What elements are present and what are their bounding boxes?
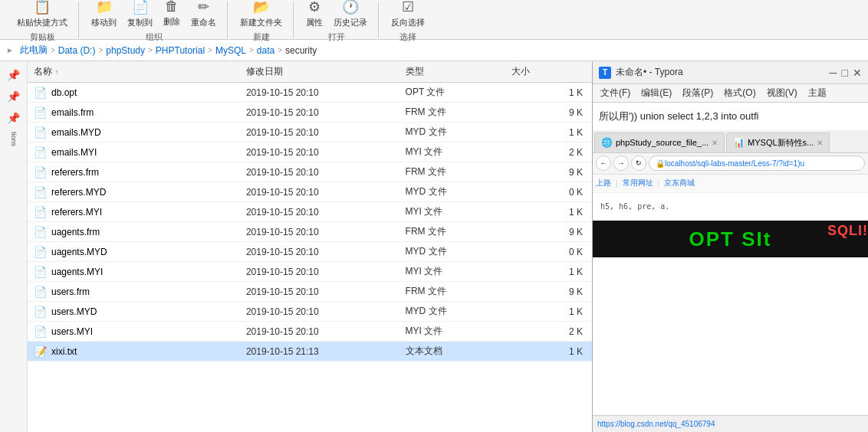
breadcrumb-sep-4: > — [208, 46, 212, 54]
address-bar[interactable]: 🔒 localhost/sqli-labs-master/Less-7/?id=… — [649, 155, 865, 171]
file-name-cell: 📄 referers.MYD — [34, 186, 246, 198]
file-name-cell: 📄 uagents.frm — [34, 226, 246, 238]
file-icon: 📄 — [34, 186, 47, 198]
browser-nav-bar: ← → ↻ 🔒 localhost/sqli-labs-master/Less-… — [593, 153, 868, 175]
tab-phpstudy[interactable]: 🌐 phpStudy_source_file_... ✕ — [594, 133, 725, 152]
properties-button[interactable]: ⚙ 属性 — [301, 0, 327, 30]
typora-close-button[interactable]: ✕ — [853, 67, 862, 79]
table-row[interactable]: 📄 uagents.frm 2019-10-15 20:10 FRM 文件 9 … — [28, 222, 592, 242]
invert-select-label: 反向选择 — [391, 17, 425, 28]
file-icon: 📄 — [34, 126, 47, 139]
toolbar-group-new: 📂 新建文件夹 新建 — [229, 2, 294, 38]
menu-format[interactable]: 格式(O) — [719, 85, 760, 101]
breadcrumb-item-4[interactable]: MySQL — [215, 45, 246, 56]
file-date: 2019-10-15 20:10 — [246, 187, 406, 198]
copy-to-button[interactable]: 📄 复制到 — [123, 0, 157, 30]
file-name: referers.MYD — [51, 187, 106, 198]
breadcrumb: ► 此电脑 > Data (D:) > phpStudy > PHPTutori… — [0, 40, 868, 61]
table-row[interactable]: 📄 users.frm 2019-10-15 20:10 FRM 文件 9 K — [28, 282, 592, 302]
menu-view[interactable]: 视图(V) — [762, 85, 802, 101]
paste-shortcut-button[interactable]: 📋 粘贴快捷方式 — [12, 0, 72, 30]
table-row[interactable]: 📄 db.opt 2019-10-15 20:10 OPT 文件 1 K — [28, 83, 592, 103]
breadcrumb-item-0[interactable]: 此电脑 — [20, 44, 48, 57]
file-type: MYD 文件 — [406, 126, 511, 139]
phpstudy-tab-close[interactable]: ✕ — [712, 139, 718, 147]
menu-theme[interactable]: 主题 — [804, 85, 831, 101]
table-row[interactable]: 📄 emails.MYD 2019-10-15 20:10 MYD 文件 1 K — [28, 123, 592, 142]
sql-content: 所以用')) union select 1,2,3 into outfi — [593, 103, 868, 130]
forward-button[interactable]: → — [613, 155, 629, 171]
file-size: 1 K — [511, 267, 586, 277]
typora-minimize-button[interactable]: ─ — [830, 67, 837, 79]
bookmark-0[interactable]: 上路 — [596, 178, 611, 188]
nav-pin-1[interactable]: 📌 — [5, 67, 23, 83]
file-name: uagents.MYI — [51, 267, 103, 277]
breadcrumb-item-3[interactable]: PHPTutorial — [156, 45, 205, 56]
typora-maximize-button[interactable]: □ — [842, 67, 848, 79]
table-row[interactable]: 📝 xixi.txt 2019-10-15 21:13 文本文档 1 K — [28, 342, 592, 362]
breadcrumb-current: security — [285, 45, 317, 56]
file-size: 1 K — [511, 306, 586, 317]
header-size: 大小 — [511, 65, 586, 78]
breadcrumb-sep-1: > — [51, 46, 55, 54]
file-type: OPT 文件 — [406, 86, 511, 99]
table-row[interactable]: 📄 referers.MYD 2019-10-15 20:10 MYD 文件 0… — [28, 182, 592, 202]
code-text: h5, h6, pre, a. — [596, 196, 865, 218]
footer-url[interactable]: https://blog.csdn.net/qq_45106794 — [597, 420, 715, 428]
file-rows: 📄 db.opt 2019-10-15 20:10 OPT 文件 1 K 📄 e… — [28, 83, 592, 362]
history-icon: 🕐 — [342, 0, 359, 15]
file-type: FRM 文件 — [406, 225, 511, 238]
bookmark-1[interactable]: 常用网址 — [623, 178, 653, 188]
typora-app-icon: T — [599, 67, 611, 79]
table-row[interactable]: 📄 emails.frm 2019-10-15 20:10 FRM 文件 9 K — [28, 103, 592, 123]
file-type: MYI 文件 — [406, 205, 511, 218]
breadcrumb-item-5[interactable]: data — [257, 45, 275, 56]
breadcrumb-item-1[interactable]: Data (D:) — [58, 45, 96, 56]
file-icon: 📄 — [34, 166, 47, 178]
invert-select-icon: ☑ — [402, 0, 414, 15]
menu-edit[interactable]: 编辑(E) — [636, 85, 676, 101]
rename-button[interactable]: ✏ 重命名 — [186, 0, 221, 30]
file-name: referers.frm — [51, 167, 99, 178]
menu-paragraph[interactable]: 段落(P) — [678, 85, 718, 101]
file-name: db.opt — [51, 87, 77, 98]
history-button[interactable]: 🕐 历史记录 — [329, 0, 372, 30]
new-folder-button[interactable]: 📂 新建文件夹 — [235, 0, 287, 30]
file-type: MYD 文件 — [406, 245, 511, 258]
header-name: 名称 ↑ — [34, 65, 246, 78]
table-row[interactable]: 📄 users.MYD 2019-10-15 20:10 MYD 文件 1 K — [28, 302, 592, 322]
file-name: users.MYD — [51, 306, 97, 317]
file-date: 2019-10-15 20:10 — [246, 326, 406, 337]
tab-mysql[interactable]: 📊 MYSQL新特性s... ✕ — [726, 133, 830, 152]
file-name-cell: 📄 users.MYI — [34, 326, 246, 338]
table-row[interactable]: 📄 referers.MYI 2019-10-15 20:10 MYI 文件 1… — [28, 202, 592, 222]
copy-icon: 📄 — [132, 0, 149, 15]
move-to-button[interactable]: 📁 移动到 — [87, 0, 121, 30]
file-name: uagents.frm — [51, 227, 100, 237]
table-row[interactable]: 📄 users.MYI 2019-10-15 20:10 MYI 文件 2 K — [28, 322, 592, 342]
nav-pin-2[interactable]: 📌 — [5, 89, 23, 104]
delete-button[interactable]: 🗑 删除 — [159, 0, 185, 30]
file-list-header: 名称 ↑ 修改日期 类型 大小 — [28, 61, 592, 83]
table-row[interactable]: 📄 uagents.MYD 2019-10-15 20:10 MYD 文件 0 … — [28, 242, 592, 262]
toolbar-group-open: ⚙ 属性 🕐 历史记录 打开 — [295, 2, 379, 38]
move-to-label: 移动到 — [91, 17, 117, 28]
table-row[interactable]: 📄 emails.MYI 2019-10-15 20:10 MYI 文件 2 K — [28, 142, 592, 162]
menu-file[interactable]: 文件(F) — [596, 85, 635, 101]
opt-sit-text: OPT SIt — [689, 227, 772, 250]
mysql-tab-close[interactable]: ✕ — [817, 139, 823, 147]
invert-select-button[interactable]: ☑ 反向选择 — [386, 0, 429, 30]
rename-label: 重命名 — [191, 17, 216, 28]
typora-footer: https://blog.csdn.net/qq_45106794 — [593, 415, 868, 432]
file-date: 2019-10-15 20:10 — [246, 127, 406, 138]
table-row[interactable]: 📄 uagents.MYI 2019-10-15 20:10 MYI 文件 1 … — [28, 262, 592, 282]
csdn-watermark: SQLI! — [827, 223, 868, 239]
back-button[interactable]: ← — [596, 155, 611, 171]
bookmark-2[interactable]: 京东商城 — [664, 178, 695, 188]
breadcrumb-item-2[interactable]: phpStudy — [106, 45, 145, 56]
refresh-button[interactable]: ↻ — [631, 155, 646, 171]
nav-pin-3[interactable]: 📌 — [5, 110, 23, 126]
mysql-tab-label: MYSQL新特性s... — [748, 137, 814, 149]
file-name-cell: 📄 emails.MYD — [34, 126, 246, 139]
table-row[interactable]: 📄 referers.frm 2019-10-15 20:10 FRM 文件 9… — [28, 162, 592, 182]
